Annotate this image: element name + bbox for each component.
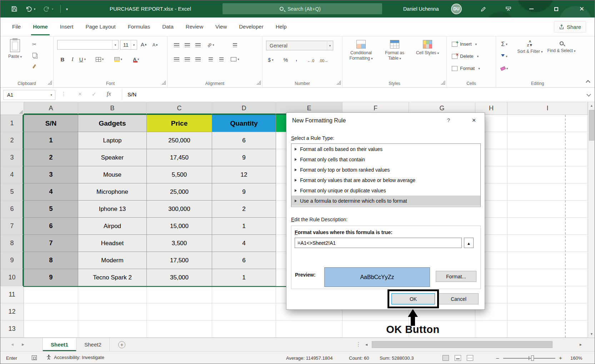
cell-A4[interactable]: 3	[24, 166, 78, 183]
cell-B1[interactable]: Gadgets	[78, 115, 147, 132]
sheet-nav-prev-icon[interactable]: ◄	[10, 342, 14, 347]
share-button[interactable]: Share	[554, 21, 586, 32]
column-header-C[interactable]: C	[147, 102, 212, 115]
cell-C7[interactable]: 15,000	[147, 218, 212, 235]
cell-I12[interactable]	[508, 303, 588, 320]
bold-button[interactable]	[58, 55, 67, 64]
tab-insert[interactable]: Insert	[54, 17, 80, 36]
font-name-combo[interactable]: ▾	[57, 40, 119, 50]
font-dialog-launcher[interactable]	[162, 81, 166, 85]
normal-view-button[interactable]	[442, 355, 449, 361]
tab-developer[interactable]: Developer	[233, 17, 269, 36]
increase-indent-icon[interactable]	[217, 55, 226, 64]
align-right-icon[interactable]	[193, 55, 202, 64]
cell-A3[interactable]: 2	[24, 149, 78, 166]
cell-I7[interactable]	[508, 218, 588, 235]
cell-I3[interactable]	[508, 149, 588, 166]
conditional-formatting-button[interactable]: Conditional Formatting	[345, 40, 378, 61]
orientation-button[interactable]: ab	[206, 41, 215, 49]
hscroll-right-icon[interactable]: ►	[579, 343, 582, 347]
cell-D12[interactable]	[212, 303, 276, 320]
alignment-dialog-launcher[interactable]	[257, 81, 261, 85]
format-painter-button[interactable]	[30, 62, 39, 71]
tab-help[interactable]: Help	[270, 17, 293, 36]
cell-C2[interactable]: 250,000	[147, 132, 212, 149]
redo-button[interactable]	[43, 4, 50, 14]
rule-type-option-2[interactable]: Format only cells that contain	[291, 154, 480, 165]
currency-button[interactable]: $	[266, 56, 275, 64]
search-box[interactable]: Search (Alt+Q)	[222, 3, 382, 14]
cell-B4[interactable]: Mouse	[78, 166, 147, 183]
cell-B12[interactable]	[78, 303, 147, 320]
cell-B6[interactable]: Iphone 13	[78, 201, 147, 218]
cell-C6[interactable]: 300,000	[147, 201, 212, 218]
find-select-button[interactable]: Find & Select	[547, 40, 576, 54]
wrap-text-button[interactable]	[230, 41, 240, 49]
collapse-dialog-button[interactable]	[464, 238, 474, 248]
increase-decimal-button[interactable]: ←.0	[306, 56, 315, 65]
formula-bar-handle[interactable]: ⋮	[61, 91, 66, 97]
page-layout-view-button[interactable]	[455, 355, 461, 361]
borders-button[interactable]	[95, 55, 104, 64]
cell-A11[interactable]	[24, 286, 78, 303]
cell-C1[interactable]: Price	[147, 115, 212, 132]
top-align-icon[interactable]	[172, 41, 181, 49]
middle-align-icon[interactable]	[182, 41, 192, 49]
clear-button[interactable]	[500, 64, 509, 73]
enter-entry-icon[interactable]: ✓	[92, 91, 96, 97]
tab-file[interactable]: File	[6, 17, 27, 36]
cell-I11[interactable]	[508, 286, 588, 303]
cell-E13[interactable]	[276, 320, 342, 338]
copy-button[interactable]	[30, 51, 39, 59]
add-sheet-button[interactable]: +	[118, 341, 125, 348]
sort-filter-button[interactable]: AZ▼ Sort & Filter	[517, 40, 543, 54]
cell-D8[interactable]: 4	[212, 235, 276, 252]
collapse-ribbon-button[interactable]	[586, 81, 590, 84]
zoom-in-button[interactable]: +	[559, 355, 562, 361]
cell-D9[interactable]: 6	[212, 252, 276, 269]
insert-cells-button[interactable]: Insert	[452, 41, 477, 47]
rule-type-option-5[interactable]: Format only unique or duplicate values	[291, 185, 480, 196]
page-break-view-button[interactable]	[467, 355, 473, 361]
row-header-13[interactable]: 13	[0, 320, 24, 338]
rule-type-option-3[interactable]: Format only top or bottom ranked values	[291, 165, 480, 175]
bottom-align-icon[interactable]	[193, 41, 202, 49]
sheet-tab-sheet2[interactable]: Sheet2	[76, 338, 110, 351]
zoom-level[interactable]: 160%	[570, 355, 582, 361]
row-header-6[interactable]: 6	[0, 201, 24, 218]
cell-A13[interactable]	[24, 320, 78, 338]
cell-C8[interactable]: 3,500	[147, 235, 212, 252]
formula-input[interactable]	[295, 238, 462, 248]
number-dialog-launcher[interactable]	[337, 81, 341, 85]
row-header-7[interactable]: 7	[0, 218, 24, 235]
cell-I5[interactable]	[508, 183, 588, 201]
row-header-2[interactable]: 2	[0, 132, 24, 149]
cell-C3[interactable]: 17,450	[147, 149, 212, 166]
align-left-icon[interactable]	[172, 55, 181, 64]
accessibility-status[interactable]: Accessibility: Investigate	[46, 354, 104, 360]
cell-A5[interactable]: 4	[24, 183, 78, 201]
cell-A1[interactable]: S/N	[24, 115, 78, 132]
cancel-entry-icon[interactable]: ×	[78, 91, 82, 98]
cell-D10[interactable]: 1	[212, 269, 276, 286]
dialog-close-button[interactable]: ×	[467, 115, 481, 126]
decrease-font-button[interactable]: A▼	[151, 41, 160, 49]
undo-button[interactable]	[25, 4, 32, 14]
scroll-up-icon[interactable]: ▲	[588, 104, 595, 107]
cell-C13[interactable]	[147, 320, 212, 338]
percent-button[interactable]: %	[281, 56, 290, 64]
user-name[interactable]: Daniel Uchenna	[403, 6, 439, 12]
select-all-corner[interactable]	[0, 102, 24, 115]
number-format-combo[interactable]: General▾	[266, 41, 333, 50]
row-header-3[interactable]: 3	[0, 149, 24, 166]
styles-dialog-launcher[interactable]	[441, 81, 445, 85]
cell-D11[interactable]	[212, 286, 276, 303]
fill-color-button[interactable]	[114, 55, 123, 64]
cell-A8[interactable]: 7	[24, 235, 78, 252]
cell-D1[interactable]: Quantity	[212, 115, 276, 132]
cell-I4[interactable]	[508, 166, 588, 183]
row-header-4[interactable]: 4	[0, 166, 24, 183]
column-header-A[interactable]: A	[24, 102, 78, 115]
tab-view[interactable]: View	[209, 17, 233, 36]
comma-style-button[interactable]: ,	[292, 54, 301, 63]
